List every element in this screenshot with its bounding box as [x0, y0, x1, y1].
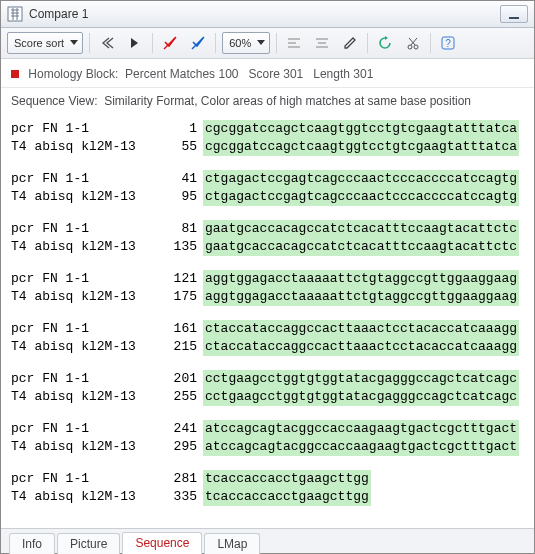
seq-name-a: pcr FN 1-1: [3, 320, 151, 338]
toolbar: Score sort 60%: [1, 28, 534, 59]
seq-pos-b: 295: [151, 438, 197, 456]
tab-picture[interactable]: Picture: [57, 533, 120, 554]
seq-bases-b: atccagcagtacggccaccaagaagtgactcgctttgact: [203, 438, 519, 456]
tab-bar: Info Picture Sequence LMap: [1, 528, 534, 553]
seq-pos-a: 201: [151, 370, 197, 388]
seq-name-b: T4 abisq kl2M-13: [3, 288, 151, 306]
sequence-view-header: Sequence View: Similarity Format, Color …: [1, 87, 534, 116]
refresh-button[interactable]: [374, 32, 396, 54]
alignment-block: pcr FN 1-1241atccagcagtacggccaccaagaagtg…: [3, 420, 532, 456]
window-title: Compare 1: [29, 7, 88, 21]
seq-bases-b: cctgaagcctggtgtggtatacgagggccagctcatcagc: [203, 388, 519, 406]
align-left-button[interactable]: [283, 32, 305, 54]
tab-lmap[interactable]: LMap: [204, 533, 260, 554]
clear-blue-button[interactable]: [187, 32, 209, 54]
alignment-block: pcr FN 1-1161ctaccataccaggccacttaaactcct…: [3, 320, 532, 356]
seq-name-a: pcr FN 1-1: [3, 170, 151, 188]
seq-bases-b: cgcggatccagctcaagtggtcctgtcgaagtatttatca: [203, 138, 519, 156]
sequence-row: pcr FN 1-1161ctaccataccaggccacttaaactcct…: [3, 320, 532, 338]
score-value: 301: [283, 67, 303, 81]
seq-bases-a: aggtggagacctaaaaattctgtaggccgttggaaggaag: [203, 270, 519, 288]
seq-bases-a: ctaccataccaggccacttaaactcctacaccatcaaagg: [203, 320, 519, 338]
sequence-row: pcr FN 1-11cgcggatccagctcaagtggtcctgtcga…: [3, 120, 532, 138]
sequence-row: pcr FN 1-1241atccagcagtacggccaccaagaagtg…: [3, 420, 532, 438]
seq-name-b: T4 abisq kl2M-13: [3, 138, 151, 156]
sequence-row: T4 abisq kl2M-13255cctgaagcctggtgtggtata…: [3, 388, 532, 406]
seq-pos-b: 135: [151, 238, 197, 256]
seq-pos-b: 255: [151, 388, 197, 406]
homology-info: Homology Block: Percent Matches 100 Scor…: [1, 59, 534, 87]
seq-pos-a: 41: [151, 170, 197, 188]
sort-dropdown-label: Score sort: [14, 37, 64, 49]
app-icon: [7, 6, 23, 22]
homology-label: Homology Block:: [28, 67, 118, 81]
seq-name-b: T4 abisq kl2M-13: [3, 388, 151, 406]
cut-button[interactable]: [402, 32, 424, 54]
sequence-row: pcr FN 1-1121aggtggagacctaaaaattctgtaggc…: [3, 270, 532, 288]
sort-dropdown[interactable]: Score sort: [7, 32, 83, 54]
sequence-row: T4 abisq kl2M-13175aggtggagacctaaaaattct…: [3, 288, 532, 306]
zoom-dropdown[interactable]: 60%: [222, 32, 270, 54]
seqview-desc: Similarity Format, Color areas of high m…: [104, 94, 471, 108]
seq-name-a: pcr FN 1-1: [3, 420, 151, 438]
matches-label: Percent Matches: [125, 67, 215, 81]
seq-pos-b: 335: [151, 488, 197, 506]
seq-pos-b: 215: [151, 338, 197, 356]
svg-point-15: [414, 45, 418, 49]
align-center-button[interactable]: [311, 32, 333, 54]
seq-bases-a: tcaccaccacctgaagcttgg: [203, 470, 371, 488]
sequence-row: pcr FN 1-1281tcaccaccacctgaagcttgg: [3, 470, 532, 488]
alignment-block: pcr FN 1-1281tcaccaccacctgaagcttggT4 abi…: [3, 470, 532, 506]
seq-bases-a: cgcggatccagctcaagtggtcctgtcgaagtatttatca: [203, 120, 519, 138]
clear-red-button[interactable]: [159, 32, 181, 54]
sequence-row: T4 abisq kl2M-13295atccagcagtacggccaccaa…: [3, 438, 532, 456]
svg-rect-0: [8, 7, 22, 21]
help-button[interactable]: ?: [437, 32, 459, 54]
sequence-row: T4 abisq kl2M-1395ctgagactccgagtcagcccaa…: [3, 188, 532, 206]
tab-info[interactable]: Info: [9, 533, 55, 554]
seq-bases-b: ctaccataccaggccacttaaactcctacaccatcaaagg: [203, 338, 519, 356]
sequence-row: T4 abisq kl2M-1355cgcggatccagctcaagtggtc…: [3, 138, 532, 156]
alignment-block: pcr FN 1-11cgcggatccagctcaagtggtcctgtcga…: [3, 120, 532, 156]
seq-bases-b: ctgagactccgagtcagcccaactcccaccccatccagtg: [203, 188, 519, 206]
sequence-row: T4 abisq kl2M-13135gaatgcaccacagccatctca…: [3, 238, 532, 256]
seq-bases-a: gaatgcaccacagccatctcacatttccaagtacattctc: [203, 220, 519, 238]
seq-pos-a: 1: [151, 120, 197, 138]
seq-pos-b: 55: [151, 138, 197, 156]
app-window: Compare 1 Score sort 60%: [0, 0, 535, 554]
seq-name-a: pcr FN 1-1: [3, 370, 151, 388]
minimize-button[interactable]: [500, 5, 528, 23]
alignment-block: pcr FN 1-1201cctgaagcctggtgtggtatacgaggg…: [3, 370, 532, 406]
edit-button[interactable]: [339, 32, 361, 54]
sequence-row: T4 abisq kl2M-13215ctaccataccaggccacttaa…: [3, 338, 532, 356]
sequence-row: pcr FN 1-1201cctgaagcctggtgtggtatacgaggg…: [3, 370, 532, 388]
sequence-row: T4 abisq kl2M-13335tcaccaccacctgaagcttgg: [3, 488, 532, 506]
seq-bases-a: atccagcagtacggccaccaagaagtgactcgctttgact: [203, 420, 519, 438]
seq-bases-a: cctgaagcctggtgtggtatacgagggccagctcatcagc: [203, 370, 519, 388]
seq-name-b: T4 abisq kl2M-13: [3, 438, 151, 456]
seq-pos-a: 281: [151, 470, 197, 488]
seq-name-a: pcr FN 1-1: [3, 220, 151, 238]
seq-bases-b: gaatgcaccacagccatctcacatttccaagtacattctc: [203, 238, 519, 256]
svg-text:?: ?: [445, 38, 451, 49]
sequence-area[interactable]: pcr FN 1-11cgcggatccagctcaagtggtcctgtcga…: [1, 116, 534, 528]
matches-value: 100: [218, 67, 238, 81]
seq-bases-b: tcaccaccacctgaagcttgg: [203, 488, 371, 506]
prev-outline-button[interactable]: [96, 32, 118, 54]
tab-sequence[interactable]: Sequence: [122, 532, 202, 554]
seq-name-b: T4 abisq kl2M-13: [3, 238, 151, 256]
seq-pos-a: 81: [151, 220, 197, 238]
seq-pos-b: 175: [151, 288, 197, 306]
seq-bases-a: ctgagactccgagtcagcccaactcccaccccatccagtg: [203, 170, 519, 188]
next-button[interactable]: [124, 32, 146, 54]
length-value: 301: [353, 67, 373, 81]
seqview-label: Sequence View:: [11, 94, 98, 108]
seq-pos-a: 241: [151, 420, 197, 438]
seq-name-b: T4 abisq kl2M-13: [3, 338, 151, 356]
seq-name-a: pcr FN 1-1: [3, 120, 151, 138]
chevron-down-icon: [70, 40, 78, 46]
chevron-down-icon: [257, 40, 265, 46]
svg-point-14: [408, 45, 412, 49]
seq-pos-a: 161: [151, 320, 197, 338]
score-label: Score: [249, 67, 280, 81]
